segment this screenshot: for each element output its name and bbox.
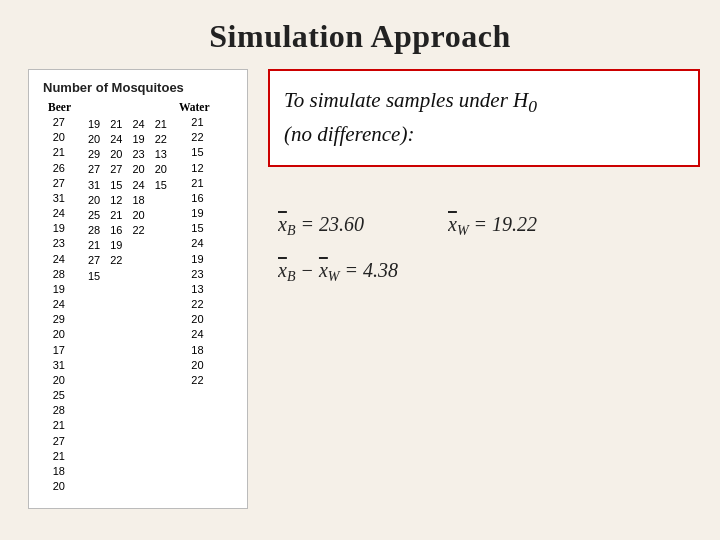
water-data-col: 212215122116191524192313222024182022 — [191, 115, 209, 388]
water-cell: 19 — [191, 206, 203, 221]
inner-cell: 15 — [110, 178, 122, 193]
beer-cell: 21 — [53, 418, 65, 433]
page-title: Simulation Approach — [0, 0, 720, 65]
right-section: To simulate samples under H0(no differen… — [268, 69, 700, 289]
inner-cell: 21 — [88, 238, 100, 253]
inner-cell: 21 — [155, 117, 167, 132]
beer-cell: 23 — [53, 236, 65, 251]
water-cell: 21 — [191, 115, 203, 130]
inner-cell: 20 — [155, 162, 167, 177]
water-cell: 20 — [191, 312, 203, 327]
svg-text:xW = 19.22: xW = 19.22 — [448, 213, 537, 238]
water-cell: 13 — [191, 282, 203, 297]
beer-cell: 20 — [53, 327, 65, 342]
formulas-section: xB = 23.60 xW = 19.22 xB − xW = 4.38 — [268, 207, 700, 289]
inner-cell: 21 — [110, 117, 122, 132]
inner-cell: 22 — [155, 132, 167, 147]
beer-cell: 24 — [53, 206, 65, 221]
beer-cell: 29 — [53, 312, 65, 327]
beer-cell: 31 — [53, 191, 65, 206]
water-cell: 15 — [191, 221, 203, 236]
water-cell: 20 — [191, 358, 203, 373]
inner-cell: 20 — [88, 132, 100, 147]
beer-cell: 28 — [53, 267, 65, 282]
beer-cell: 24 — [53, 297, 65, 312]
formula-row-1: xB = 23.60 xW = 19.22 — [278, 207, 700, 243]
inner-cell: 12 — [110, 193, 122, 208]
beer-cell: 24 — [53, 252, 65, 267]
water-cell: 24 — [191, 236, 203, 251]
beer-cell: 20 — [53, 130, 65, 145]
beer-data-col: 2720212627312419232428192429201731202528… — [43, 115, 71, 494]
beer-inner-cols: . .1920292731202528212715 .2124202715122… — [81, 101, 173, 494]
inner-cell: 22 — [110, 253, 122, 268]
water-cell: 19 — [191, 252, 203, 267]
inner-cell: 27 — [88, 162, 100, 177]
water-cell: 18 — [191, 343, 203, 358]
beer-cell: 31 — [53, 358, 65, 373]
water-header: Water — [179, 101, 210, 113]
svg-text:xB = 23.60: xB = 23.60 — [278, 213, 364, 238]
inner-cell: 15 — [155, 178, 167, 193]
inner-cell: 16 — [110, 223, 122, 238]
inner-cell: 31 — [88, 178, 100, 193]
inner-cell: 27 — [110, 162, 122, 177]
inner-cell: 22 — [132, 223, 144, 238]
inner-cell: 18 — [132, 193, 144, 208]
beer-cell: 21 — [53, 145, 65, 160]
beer-cell: 28 — [53, 403, 65, 418]
water-cell: 22 — [191, 373, 203, 388]
beer-cell: 26 — [53, 161, 65, 176]
inner-cell: 21 — [110, 208, 122, 223]
inner-cell: 13 — [155, 147, 167, 162]
inner-cell: 19 — [110, 238, 122, 253]
svg-text:xB − xW = 4.38: xB − xW = 4.38 — [278, 259, 398, 284]
beer-cell: 19 — [53, 221, 65, 236]
water-cell: 23 — [191, 267, 203, 282]
inner-cell: 20 — [110, 147, 122, 162]
water-cell: 24 — [191, 327, 203, 342]
water-cell: 22 — [191, 297, 203, 312]
inner-cell: 24 — [132, 178, 144, 193]
inner-cell: 20 — [132, 162, 144, 177]
inner-cell: 20 — [88, 193, 100, 208]
water-cell: 22 — [191, 130, 203, 145]
inner-cell: 23 — [132, 147, 144, 162]
water-cell: 16 — [191, 191, 203, 206]
beer-cell: 25 — [53, 388, 65, 403]
formula-diff: xB − xW = 4.38 — [278, 253, 508, 289]
beer-cell: 27 — [53, 434, 65, 449]
inner-cell: 27 — [88, 253, 100, 268]
inner-cell: 20 — [132, 208, 144, 223]
inner-cell: 15 — [88, 269, 100, 284]
beer-cell: 18 — [53, 464, 65, 479]
inner-cell: 24 — [132, 117, 144, 132]
formula-xbar-w: xW = 19.22 — [448, 207, 588, 243]
beer-cell: 27 — [53, 115, 65, 130]
inner-cell: 25 — [88, 208, 100, 223]
beer-cell: 19 — [53, 282, 65, 297]
water-cell: 21 — [191, 176, 203, 191]
beer-cell: 27 — [53, 176, 65, 191]
table-panel-title: Number of Mosquitoes — [43, 80, 233, 95]
formula-xbar-b: xB = 23.60 — [278, 207, 408, 243]
inner-cell: 19 — [88, 117, 100, 132]
water-cell: 12 — [191, 161, 203, 176]
info-box: To simulate samples under H0(no differen… — [268, 69, 700, 167]
inner-cell: 24 — [110, 132, 122, 147]
beer-cell: 17 — [53, 343, 65, 358]
beer-header: Beer — [48, 101, 71, 113]
formula-row-2: xB − xW = 4.38 — [278, 253, 700, 289]
info-text: To simulate samples under H0(no differen… — [284, 88, 537, 146]
beer-cell: 20 — [53, 373, 65, 388]
beer-cell: 21 — [53, 449, 65, 464]
inner-cell: 28 — [88, 223, 100, 238]
table-panel: Number of Mosquitoes Beer 27202126273124… — [28, 69, 248, 509]
inner-cell: 19 — [132, 132, 144, 147]
water-cell: 15 — [191, 145, 203, 160]
inner-cell: 29 — [88, 147, 100, 162]
beer-cell: 20 — [53, 479, 65, 494]
